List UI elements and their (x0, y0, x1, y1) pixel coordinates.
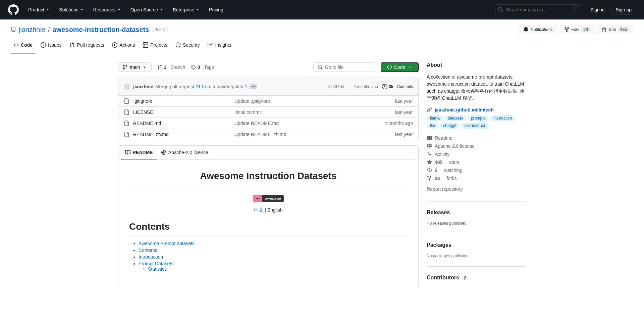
awesome-badge[interactable]: 😎 awesome (253, 195, 283, 202)
outline-button[interactable] (410, 150, 416, 155)
topic[interactable]: self-instruct (461, 123, 488, 129)
releases-heading[interactable]: Releases (427, 210, 526, 216)
contributors-section: Contributors 2 (427, 275, 526, 281)
nav-enterprise[interactable]: Enterprise (169, 4, 204, 15)
tab-pull-requests[interactable]: Pull requests (67, 40, 107, 54)
tags-link[interactable]: 0 Tags (191, 64, 214, 70)
star-button[interactable]: Star 485 (597, 25, 633, 34)
file-commit-link[interactable]: Initial commit (234, 109, 262, 115)
sign-up-button[interactable]: Sign up (611, 5, 636, 15)
code-button[interactable]: Code (381, 62, 419, 72)
nav-resources[interactable]: Resources (89, 4, 125, 15)
toc-item: Statistics (148, 266, 408, 272)
repo-name-link[interactable]: awesome-instruction-datasets (53, 26, 149, 34)
forks-link[interactable]: 23 forks (427, 174, 526, 182)
tab-security[interactable]: Security (173, 40, 203, 54)
pulse-icon (427, 151, 432, 157)
commits-link[interactable]: 35 Commits (382, 84, 413, 89)
readme-content: Awesome Instruction Datasets 😎 awesome 中… (118, 160, 418, 288)
lang-zh-link[interactable]: 中文 (254, 207, 263, 213)
commit-ellipsis-button[interactable]: ••• (250, 84, 257, 89)
notifications-button[interactable]: Notifications (519, 25, 557, 34)
commit-author-link[interactable]: jianzhnie (133, 84, 153, 89)
watching-link[interactable]: 5 watching (427, 166, 526, 174)
pr-link[interactable]: #1 (196, 84, 201, 89)
contributors-count: 2 (462, 276, 468, 280)
fork-icon (427, 176, 432, 181)
toc-link[interactable]: Statistics (148, 266, 167, 272)
commit-sha-link[interactable]: bf704a5 (327, 84, 344, 89)
go-to-file-input[interactable] (325, 64, 384, 70)
avatar[interactable] (124, 83, 130, 90)
nav-solutions[interactable]: Solutions (55, 4, 88, 15)
commit-date: 4 months ago (354, 84, 378, 89)
topic[interactable]: instruction (490, 115, 515, 121)
readme-link[interactable]: Readme (427, 134, 526, 142)
eye-icon (427, 168, 432, 173)
packages-heading[interactable]: Packages (427, 242, 526, 248)
star-icon (427, 160, 432, 165)
toc-link[interactable]: Contents (139, 247, 157, 253)
commit-message[interactable]: Merge pull request #1 from tanaydin/patc… (155, 84, 248, 89)
tab-issues[interactable]: Issues (38, 40, 64, 54)
nav-pricing[interactable]: Pricing (205, 4, 227, 15)
license-tab[interactable]: Apache-2.0 license (157, 146, 212, 160)
branches-link[interactable]: 1 Branch (157, 64, 185, 70)
topic[interactable]: datasets (444, 115, 466, 121)
nav-open-source[interactable]: Open Source (126, 4, 168, 15)
toc-item: Introduction (139, 254, 408, 260)
contributors-heading[interactable]: Contributors 2 (427, 275, 526, 281)
file-commit-link[interactable]: Update README_zh.md (234, 132, 286, 137)
license-link[interactable]: Apache-2.0 license (427, 142, 526, 150)
repo-owner-link[interactable]: jianzhnie (19, 26, 45, 34)
file-date: 4 months ago (384, 121, 413, 126)
slash-key-hint: / (573, 6, 579, 13)
tab-code[interactable]: Code (11, 40, 35, 54)
file-icon (124, 132, 129, 137)
toc-link[interactable]: Introduction (139, 254, 163, 260)
chevron-down-icon (142, 64, 147, 70)
topic[interactable]: llm (427, 123, 438, 129)
search-icon (318, 64, 323, 70)
contents-heading: Contents (129, 221, 408, 235)
branch-select-button[interactable]: main (118, 62, 152, 72)
file-commit-link[interactable]: Update .gitignore (234, 98, 270, 104)
topic[interactable]: llama (427, 115, 443, 121)
file-commit-link[interactable]: Update README.md (234, 121, 279, 126)
readme-tab[interactable]: README (121, 146, 157, 160)
toc-link[interactable]: Prompt Datasets (139, 261, 173, 266)
tab-insights[interactable]: Insights (205, 40, 234, 54)
file-name-link[interactable]: .gitignore (133, 98, 153, 104)
activity-link[interactable]: Activity (427, 150, 526, 158)
tab-projects[interactable]: Projects (140, 40, 170, 54)
book-icon (125, 150, 130, 155)
nav-product[interactable]: Product (24, 4, 54, 15)
report-link[interactable]: Report repository (427, 185, 526, 193)
stars-link[interactable]: 485 stars (427, 158, 526, 166)
lang-en: English (267, 207, 283, 213)
github-logo[interactable] (8, 4, 19, 15)
file-name-link[interactable]: README.md (133, 121, 161, 126)
website-link[interactable]: jianzhnie.github.io/llmtech (435, 107, 494, 112)
file-name-link[interactable]: README_zh.md (133, 132, 169, 137)
table-icon (143, 42, 148, 48)
fork-button[interactable]: Fork 23 (560, 25, 594, 34)
toc-link[interactable]: Awesome Prompt datasets (139, 241, 195, 246)
readme-tabs: README Apache-2.0 license (118, 146, 418, 160)
file-name-link[interactable]: LICENSE (133, 109, 153, 115)
topic[interactable]: chatgpt (440, 123, 460, 129)
sunglasses-icon: 😎 (253, 195, 262, 202)
tab-actions[interactable]: Actions (109, 40, 138, 54)
sign-in-link[interactable]: Sign in (588, 4, 607, 15)
topic[interactable]: prompts (468, 115, 489, 121)
header-right: Sign in Sign up (588, 4, 636, 15)
search-box[interactable]: / (495, 4, 582, 15)
search-input[interactable] (506, 7, 573, 12)
global-header: Product Solutions Resources Open Source … (0, 0, 644, 19)
file-date: last year (395, 132, 413, 137)
go-to-file-box[interactable] (313, 62, 375, 72)
shield-icon (175, 42, 181, 48)
file-row: .gitignore Update .gitignore last year (118, 96, 418, 106)
branch-icon (157, 64, 162, 70)
file-row: README_zh.md Update README_zh.md last ye… (118, 129, 418, 140)
